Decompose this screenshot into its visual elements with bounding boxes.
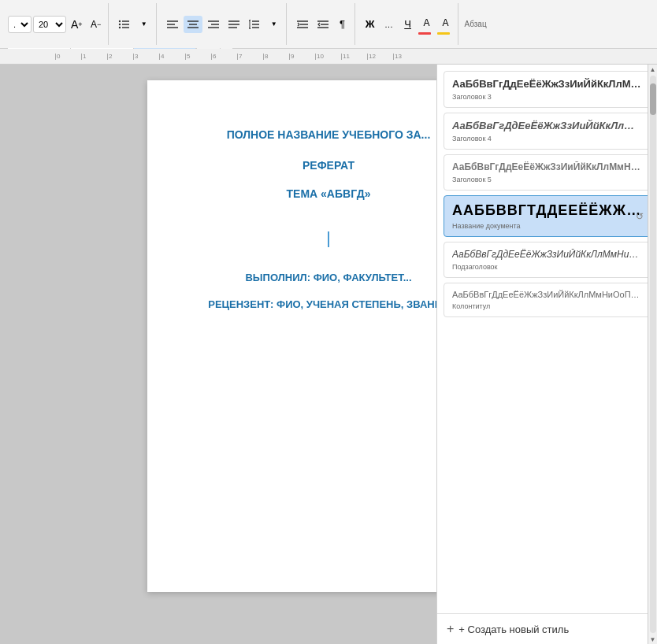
doc-recenzent: РЕЦЕНЗЕНТ: ФИО, УЧЕНАЯ СТЕПЕНЬ, ЗВАНИЕ [187,298,470,312]
style-item-zagolovok3-label: Заголовок 3 [452,93,642,101]
create-style-label: + Создать новый стиль [458,624,569,635]
bold-button[interactable]: Ж [362,16,379,33]
highlight-button[interactable]: А [437,14,455,31]
page-content: ПОЛНОЕ НАЗВАНИЕ УЧЕБНОГО ЗА... РЕФЕРАТ Т… [187,128,470,312]
font-family-select[interactable]: ... [8,16,32,33]
style-preview-zagolovok3: АаБбВвГгДдЕеЁёЖжЗзИиЙйКкЛлМмН [452,78,642,90]
doc-vypolnil: ВЫПОЛНИЛ: ФИО, ФАКУЛЬТЕТ... [187,271,470,285]
list-group: ▼ [112,3,157,45]
style-list: АаБбВвГгДдЕеЁёЖжЗзИиЙйКкЛлМмН Заголовок … [437,65,657,613]
style-preview-nazvanie: ААББВВГТДДЕЕЁЁЖЖЗЖ [452,202,642,219]
paragraph-marks-button[interactable]: ¶ [334,16,351,33]
style-item-podzagolovok[interactable]: АаБбВвГгДдЕеЁёЖжЗзИиЙйКкЛлМмНиОоПп Подза… [444,242,651,278]
text-cursor [328,231,329,247]
style-item-zagolovok3[interactable]: АаБбВвГгДдЕеЁёЖжЗзИиЙйКкЛлМмН Заголовок … [444,71,651,108]
doc-referat: РЕФЕРАТ [187,159,470,172]
ruler-mark-1: 1 [81,54,107,60]
font-color-button[interactable]: А [418,14,436,31]
doc-tema: ТЕМА «АБВГД» [187,187,470,200]
style-preview-zagolovok4: АаБбВвГгДдЕеЁёЖжЗзИиЙйКкЛлМмНиО... [452,120,642,131]
indent-group: ¶ [290,3,355,45]
text-format-group: Ж … Ч А А [358,3,458,45]
style-item-zagolovok5-label: Заголовок 5 [452,176,642,183]
increase-indent-button[interactable] [314,16,332,33]
svg-point-5 [118,26,120,28]
align-right-button[interactable] [204,16,223,33]
ruler-mark-6: 6 [211,54,237,60]
doc-title: ПОЛНОЕ НАЗВАНИЕ УЧЕБНОГО ЗА... [187,128,470,143]
ruler-mark-12: 12 [367,54,393,60]
style-panel: АаБбВвГгДдЕеЁёЖжЗзИиЙйКкЛлМмН Заголовок … [436,65,657,644]
ruler-mark-13: 13 [393,54,419,60]
style-item-zagolovok5[interactable]: АаБбВвГгДдЕеЁёЖжЗзИиЙйКкЛлМмНиОоПп... За… [444,154,651,191]
ruler-mark-5: 5 [185,54,211,60]
ruler-mark-2: 2 [107,54,133,60]
ruler-mark-3: 3 [133,54,159,60]
scroll-thumb[interactable] [650,83,656,115]
main-area: ПОЛНОЕ НАЗВАНИЕ УЧЕБНОГО ЗА... РЕФЕРАТ Т… [0,65,657,644]
line-spacing-dropdown[interactable]: ▼ [265,16,283,33]
ruler: 0 1 2 3 4 5 6 7 8 9 10 11 12 13 [0,49,657,65]
scroll-track [650,76,656,633]
style-item-kolontitul-label: Колонтитул [452,302,642,310]
style-preview-kolontitul: АаБбВвГгДдЕеЁёЖжЗзИиЙйКкЛлМмНиОоПпРрСсТр… [452,290,642,299]
bullets-dropdown[interactable]: ▼ [135,16,153,33]
ruler-marks: 0 1 2 3 4 5 6 7 8 9 10 11 12 13 [55,54,657,60]
bullets-button[interactable] [115,16,134,33]
more-format-button[interactable]: … [380,16,398,33]
style-item-zagolovok4[interactable]: АаБбВвГгДдЕеЁёЖжЗзИиЙйКкЛлМмНиО... Загол… [444,113,651,150]
underline-button[interactable]: Ч [399,16,417,33]
decrease-indent-button[interactable] [293,16,312,33]
ruler-mark-11: 11 [341,54,367,60]
refresh-icon[interactable]: ↺ [636,211,644,222]
svg-point-4 [118,23,120,24]
toolbar: ... 20 A+ A− ▼ ▼ [0,0,657,49]
font-family-group: ... 20 A+ A− [5,3,109,45]
align-justify-button[interactable] [225,16,243,33]
style-item-nazvanie-label: Название документа [452,222,642,230]
align-left-button[interactable] [163,16,182,33]
create-style-button[interactable]: + + Создать новый стиль [437,613,657,644]
ruler-mark-0: 0 [55,54,81,60]
ruler-mark-10: 10 [315,54,341,60]
right-scrollbar[interactable]: ▲ ▼ [648,65,657,644]
ruler-mark-8: 8 [263,54,289,60]
style-preview-zagolovok5: АаБбВвГгДдЕеЁёЖжЗзИиЙйКкЛлМмНиОоПп... [452,161,642,172]
ruler-mark-4: 4 [159,54,185,60]
create-style-plus-icon: + [447,622,454,636]
alignment-group: ▼ [160,3,287,45]
style-item-kolontitul[interactable]: АаБбВвГгДдЕеЁёЖжЗзИиЙйКкЛлМмНиОоПпРрСсТр… [444,283,651,317]
style-item-zagolovok4-label: Заголовок 4 [452,135,642,142]
decrease-font-button[interactable]: A− [87,16,105,33]
ruler-mark-9: 9 [289,54,315,60]
scroll-down-button[interactable]: ▼ [650,635,656,644]
increase-font-button[interactable]: A+ [68,16,86,33]
font-size-select[interactable]: 20 [33,16,66,33]
style-item-podzagolovok-label: Подзаголовок [452,263,642,271]
svg-point-3 [118,20,120,21]
abzac-label: Абзац [462,20,490,28]
style-item-nazvanie[interactable]: ААББВВГТДДЕЕЁЁЖЖЗЖ Название документа ↺ [444,195,651,237]
ruler-mark-7: 7 [237,54,263,60]
line-spacing-button[interactable] [245,16,264,33]
style-preview-podzagolovok: АаБбВвГгДдЕеЁёЖжЗзИиЙйКкЛлМмНиОоПп [452,249,642,260]
align-center-button[interactable] [184,16,202,33]
scroll-up-button[interactable]: ▲ [650,65,656,74]
